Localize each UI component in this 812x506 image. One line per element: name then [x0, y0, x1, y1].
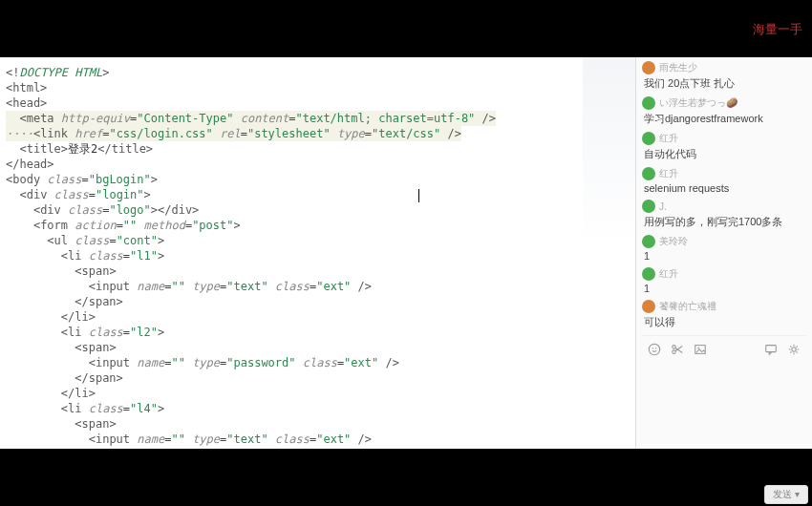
chat-username: 雨先生少: [659, 61, 697, 74]
chat-message: 红升selenium requests: [642, 167, 806, 194]
chat-text: 用例写的多，刚写完1700多条: [642, 215, 806, 229]
image-icon[interactable]: [694, 343, 707, 356]
svg-point-1: [652, 347, 653, 348]
avatar: [642, 300, 655, 313]
avatar: [642, 200, 655, 213]
settings-icon[interactable]: [787, 343, 801, 356]
chat-username: J.: [659, 201, 667, 212]
svg-point-8: [697, 347, 699, 348]
chat-username: 美玲玲: [659, 235, 688, 248]
watermark-text: 海量一手: [753, 21, 802, 38]
avatar: [642, 167, 655, 180]
chat-message: 红升自动化代码: [642, 132, 806, 161]
chat-text: 自动化代码: [642, 147, 806, 161]
chat-username: 红升: [659, 132, 678, 145]
chat-message: 美玲玲1: [642, 235, 806, 262]
chat-message: 红升1: [642, 267, 806, 294]
chat-message: 饕餮的亡魂禮可以得: [642, 300, 806, 329]
emoji-icon[interactable]: [648, 343, 661, 356]
avatar: [642, 132, 655, 145]
avatar: [642, 267, 655, 281]
chat-text: 学习djangorestframework: [642, 112, 806, 126]
avatar: [642, 61, 655, 74]
chat-text: 1: [642, 283, 806, 294]
chat-text: 可以得: [642, 315, 806, 329]
main-area: <!DOCTYPE HTML> <html> <head> <meta http…: [0, 57, 812, 449]
avatar: [642, 235, 655, 248]
scissors-icon[interactable]: [671, 343, 684, 356]
video-topbar: 海量一手: [0, 0, 812, 57]
svg-point-2: [655, 347, 656, 348]
chat-text: 我们 20点下班 扎心: [642, 76, 806, 91]
chat-text: 1: [642, 250, 806, 262]
video-bottombar: [0, 449, 812, 506]
svg-point-0: [649, 344, 659, 354]
code-editor[interactable]: <!DOCTYPE HTML> <html> <head> <meta http…: [0, 57, 635, 449]
chat-panel: 雨先生少我们 20点下班 扎心い浮生若梦つっ🥔学习djangorestframe…: [635, 57, 812, 449]
code-content[interactable]: <!DOCTYPE HTML> <html> <head> <meta http…: [0, 57, 635, 449]
chat-message-list: 雨先生少我们 20点下班 扎心い浮生若梦つっ🥔学习djangorestframe…: [642, 61, 806, 329]
svg-point-10: [792, 347, 796, 350]
minimap[interactable]: [583, 57, 635, 248]
avatar: [642, 96, 655, 110]
chat-text: selenium requests: [642, 182, 806, 194]
chat-message: J.用例写的多，刚写完1700多条: [642, 200, 806, 229]
chat-toolbar: [642, 335, 806, 362]
comment-icon[interactable]: [764, 343, 778, 356]
chat-username: い浮生若梦つっ🥔: [659, 96, 737, 110]
svg-rect-9: [766, 345, 777, 351]
chat-message: い浮生若梦つっ🥔学习djangorestframework: [642, 96, 806, 126]
chat-username: 饕餮的亡魂禮: [659, 300, 716, 313]
chat-username: 红升: [659, 267, 678, 281]
chat-message: 雨先生少我们 20点下班 扎心: [642, 61, 806, 91]
chat-username: 红升: [659, 167, 678, 180]
